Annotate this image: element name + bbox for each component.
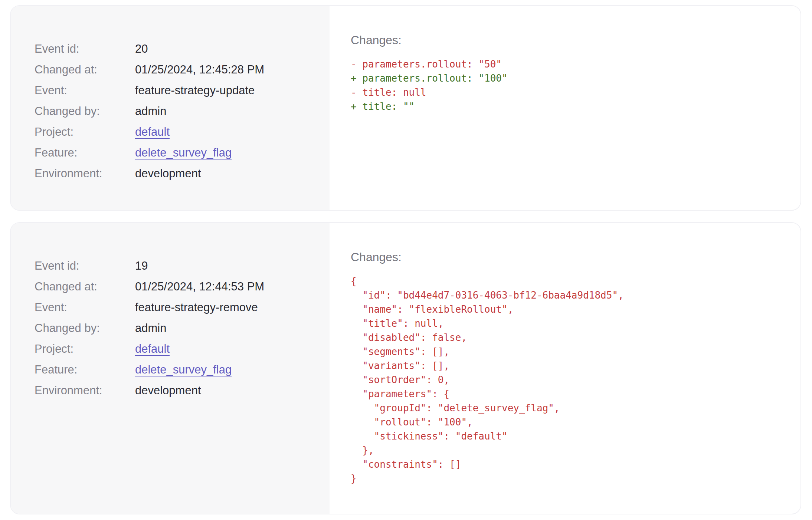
detail-row: Feature:delete_survey_flag xyxy=(35,142,315,163)
event-details-panel: Event id:20Changed at:01/25/2024, 12:45:… xyxy=(11,6,330,210)
detail-row: Environment:development xyxy=(35,163,315,184)
detail-label: Event: xyxy=(35,297,135,318)
detail-row: Event id:20 xyxy=(35,39,315,59)
diff-line-sub: "name": "flexibleRollout", xyxy=(351,302,786,316)
detail-row: Event:feature-strategy-update xyxy=(35,80,315,101)
diff-line-sub: "stickiness": "default" xyxy=(351,429,786,443)
diff-line-sub: }, xyxy=(351,443,786,457)
detail-label: Changed at: xyxy=(35,59,135,80)
detail-label: Event id: xyxy=(35,39,135,59)
detail-value: feature-strategy-remove xyxy=(135,297,258,318)
detail-row: Changed at:01/25/2024, 12:44:53 PM xyxy=(35,276,315,297)
detail-label: Feature: xyxy=(35,359,135,380)
diff-line-sub: - title: null xyxy=(351,85,786,99)
detail-row: Environment:development xyxy=(35,380,315,401)
detail-label: Event id: xyxy=(35,256,135,276)
detail-row: Changed by:admin xyxy=(35,318,315,339)
detail-value: 01/25/2024, 12:45:28 PM xyxy=(135,59,264,80)
detail-value: 20 xyxy=(135,39,148,59)
feature-link[interactable]: delete_survey_flag xyxy=(135,142,232,163)
event-details-panel: Event id:19Changed at:01/25/2024, 12:44:… xyxy=(11,223,330,514)
diff-line-sub: "constraints": [] xyxy=(351,457,786,471)
detail-label: Feature: xyxy=(35,142,135,163)
changes-panel: Changes: - parameters.rollout: "50"+ par… xyxy=(330,6,800,210)
detail-label: Changed by: xyxy=(35,318,135,339)
detail-label: Project: xyxy=(35,339,135,359)
changes-panel: Changes: { "id": "bd44e4d7-0316-4063-bf1… xyxy=(330,223,800,514)
changes-code: { "id": "bd44e4d7-0316-4063-bf12-6baa4a9… xyxy=(351,274,786,486)
diff-line-add: + title: "" xyxy=(351,99,786,113)
detail-row: Project:default xyxy=(35,339,315,359)
detail-label: Changed by: xyxy=(35,101,135,122)
detail-value: 19 xyxy=(135,256,148,276)
detail-label: Event: xyxy=(35,80,135,101)
detail-row: Event id:19 xyxy=(35,256,315,276)
detail-value: 01/25/2024, 12:44:53 PM xyxy=(135,276,264,297)
detail-value: development xyxy=(135,380,201,401)
diff-line-sub: "parameters": { xyxy=(351,387,786,401)
detail-value: development xyxy=(135,163,201,184)
changes-label: Changes: xyxy=(351,249,786,265)
project-link[interactable]: default xyxy=(135,339,170,359)
diff-line-sub: "segments": [], xyxy=(351,345,786,359)
detail-label: Environment: xyxy=(35,380,135,401)
event-card: Event id:19Changed at:01/25/2024, 12:44:… xyxy=(10,222,801,514)
diff-line-sub: } xyxy=(351,471,786,486)
detail-row: Project:default xyxy=(35,122,315,142)
diff-line-sub: "disabled": false, xyxy=(351,330,786,345)
diff-line-sub: "groupId": "delete_survey_flag", xyxy=(351,401,786,415)
diff-line-sub: "sortOrder": 0, xyxy=(351,373,786,387)
diff-line-sub: "id": "bd44e4d7-0316-4063-bf12-6baa4a9d1… xyxy=(351,288,786,302)
diff-line-sub: "title": null, xyxy=(351,316,786,330)
detail-row: Changed by:admin xyxy=(35,101,315,122)
project-link[interactable]: default xyxy=(135,122,170,142)
diff-line-sub: { xyxy=(351,274,786,288)
changes-code: - parameters.rollout: "50"+ parameters.r… xyxy=(351,57,786,113)
detail-row: Changed at:01/25/2024, 12:45:28 PM xyxy=(35,59,315,80)
detail-row: Event:feature-strategy-remove xyxy=(35,297,315,318)
diff-line-sub: - parameters.rollout: "50" xyxy=(351,57,786,71)
detail-row: Feature:delete_survey_flag xyxy=(35,359,315,380)
detail-value: feature-strategy-update xyxy=(135,80,255,101)
detail-value: admin xyxy=(135,318,166,339)
detail-label: Changed at: xyxy=(35,276,135,297)
event-card: Event id:20Changed at:01/25/2024, 12:45:… xyxy=(10,5,801,211)
detail-value: admin xyxy=(135,101,166,122)
feature-link[interactable]: delete_survey_flag xyxy=(135,359,232,380)
detail-label: Project: xyxy=(35,122,135,142)
diff-line-add: + parameters.rollout: "100" xyxy=(351,71,786,85)
changes-label: Changes: xyxy=(351,32,786,48)
detail-label: Environment: xyxy=(35,163,135,184)
diff-line-sub: "rollout": "100", xyxy=(351,415,786,429)
diff-line-sub: "variants": [], xyxy=(351,359,786,373)
